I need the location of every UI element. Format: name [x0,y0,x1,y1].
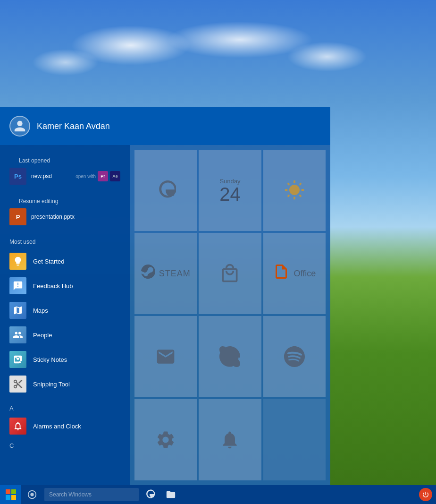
notifications-icon [219,429,240,450]
get-started-icon [9,253,26,270]
sidebar-item-snipping-tool[interactable]: Snipping Tool [0,372,130,396]
taskbar-explorer[interactable] [160,485,181,504]
search-input[interactable] [44,488,139,501]
clouds [0,0,436,113]
tile-spotify[interactable] [263,316,326,397]
get-started-label: Get Started [33,258,64,265]
snipping-tool-icon [9,376,26,393]
tile-notifications[interactable] [199,399,261,480]
tile-settings[interactable] [134,399,197,480]
steam-logo: STEAM [141,265,191,282]
feedback-hub-icon [9,277,26,294]
alpha-section-a: A [0,401,130,414]
person-icon [13,120,26,133]
sidebar-item-alarms[interactable]: Alarms and Clock [0,414,130,438]
tile-store[interactable] [199,233,261,314]
steam-label: STEAM [159,269,191,279]
edge-icon [155,180,176,201]
people-label: People [33,332,52,339]
premiere-badge[interactable]: Pr [98,171,108,181]
sticky-notes-icon [9,351,26,368]
user-section[interactable]: Kamer Kaan Avdan [0,107,330,145]
office-content: Office [273,263,316,284]
most-used-label: Most used [0,236,130,249]
ppt-icon: P [9,208,26,225]
open-with-label: open with [75,174,96,179]
open-with-section: open with Pr Ae [75,171,120,181]
resume-file[interactable]: P presentation.pptx [9,208,120,225]
windows-logo-icon [6,489,16,500]
alarms-icon [9,418,26,435]
last-opened-filename: new.psd [31,173,71,179]
store-icon [219,263,240,284]
tile-steam[interactable]: STEAM [134,233,197,314]
tiles-panel: Sunday 24 [130,145,330,485]
tile-office[interactable]: Office [263,233,326,314]
left-panel: Last opened Ps new.psd open with Pr Ae R… [0,145,130,485]
snipping-tool-label: Snipping Tool [33,381,70,388]
alarms-label: Alarms and Clock [33,423,81,430]
mail-icon [155,346,176,367]
weather-icon [284,180,305,201]
user-name: Kamer Kaan Avdan [37,121,110,131]
power-button[interactable] [419,488,432,501]
steam-icon [141,265,155,282]
power-icon [422,491,429,498]
office-label: Office [293,269,316,279]
tile-calendar[interactable]: Sunday 24 [199,150,261,231]
people-icon [9,326,26,343]
last-opened-section: Last opened Ps new.psd open with Pr Ae [0,154,130,195]
tile-weather[interactable] [263,150,326,231]
resume-editing-section: Resume editing P presentation.pptx [0,195,130,236]
alpha-section-c: C [0,438,130,451]
office-icon [273,263,290,284]
tile-empty [263,399,326,480]
svg-point-1 [30,493,34,496]
skype-icon [219,346,240,367]
maps-label: Maps [33,307,48,314]
start-button[interactable] [0,485,21,504]
tile-mail[interactable] [134,316,197,397]
sidebar-item-sticky-notes[interactable]: Sticky Notes [0,347,130,372]
calendar-content: Sunday 24 [219,178,241,204]
sticky-notes-label: Sticky Notes [33,356,67,363]
resume-editing-label: Resume editing [9,195,120,208]
last-opened-file[interactable]: Ps new.psd open with Pr Ae [9,168,120,185]
last-opened-label: Last opened [9,154,120,168]
feedback-hub-label: Feedback Hub [33,282,73,290]
taskbar-cortana[interactable] [21,485,42,504]
settings-icon [155,429,176,450]
sidebar-item-get-started[interactable]: Get Started [0,249,130,273]
sidebar-item-people[interactable]: People [0,323,130,347]
tile-edge[interactable] [134,150,197,231]
main-content: Last opened Ps new.psd open with Pr Ae R… [0,145,330,485]
taskbar-edge[interactable] [139,485,160,504]
aftereffects-badge[interactable]: Ae [110,171,120,181]
calendar-day-number: 24 [219,185,241,204]
spotify-icon [284,346,305,367]
taskbar [0,485,436,504]
maps-icon [9,302,26,319]
start-menu: Kamer Kaan Avdan Last opened Ps new.psd … [0,107,330,485]
sidebar-item-feedback-hub[interactable]: Feedback Hub [0,273,130,298]
tile-skype[interactable] [199,316,261,397]
ps-icon: Ps [9,168,26,185]
resume-filename: presentation.pptx [31,214,120,220]
sidebar-item-maps[interactable]: Maps [0,298,130,323]
avatar [9,116,30,137]
most-used-section: Most used Get Started Feedback Hub [0,236,130,401]
